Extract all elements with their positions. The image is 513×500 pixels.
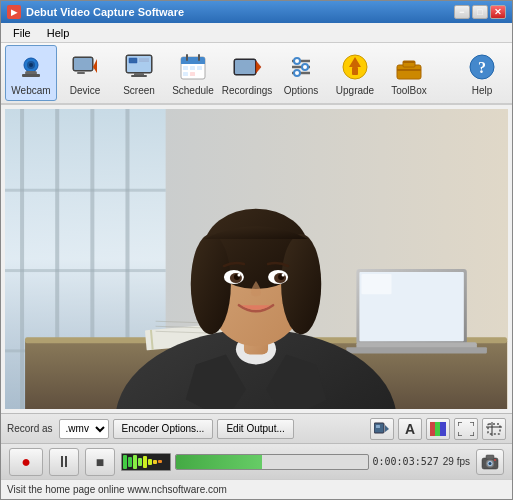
menu-file[interactable]: File — [5, 25, 39, 41]
control-bar: Record as .wmv .avi .mp4 .mov Encoder Op… — [1, 413, 512, 443]
webcam-label: Webcam — [11, 85, 50, 96]
options-label: Options — [284, 85, 318, 96]
window-controls: − □ ✕ — [454, 5, 506, 19]
help-label: Help — [472, 85, 493, 96]
svg-rect-87 — [376, 425, 380, 428]
schedule-icon — [177, 51, 209, 83]
svg-rect-91 — [488, 424, 500, 434]
svg-rect-37 — [352, 67, 358, 75]
svg-rect-23 — [197, 66, 202, 70]
menu-help[interactable]: Help — [39, 25, 78, 41]
svg-marker-86 — [385, 425, 389, 432]
meter-bar-3 — [133, 455, 137, 469]
audio-level-meter — [121, 453, 171, 471]
svg-rect-66 — [346, 347, 487, 353]
upgrade-label: Upgrade — [336, 85, 374, 96]
upgrade-icon — [339, 51, 371, 83]
svg-rect-39 — [397, 69, 421, 71]
svg-point-97 — [489, 462, 492, 465]
toolbar-btn-upgrade[interactable]: Upgrade — [329, 45, 381, 101]
svg-rect-21 — [183, 66, 188, 70]
svg-point-81 — [282, 274, 285, 277]
meter-bar-4 — [138, 458, 142, 466]
svg-rect-18 — [181, 61, 205, 64]
svg-marker-7 — [93, 59, 97, 73]
toolbar-btn-options[interactable]: Options — [275, 45, 327, 101]
pause-button[interactable]: ⏸ — [49, 448, 79, 476]
toolbox-label: ToolBox — [391, 85, 427, 96]
format-select[interactable]: .wmv .avi .mp4 .mov — [59, 419, 109, 439]
svg-rect-13 — [129, 58, 137, 63]
svg-rect-46 — [20, 109, 24, 409]
svg-rect-4 — [22, 74, 40, 77]
video-area — [5, 109, 508, 409]
close-button[interactable]: ✕ — [490, 5, 506, 19]
svg-point-99 — [494, 459, 496, 461]
app-icon: ▶ — [7, 5, 21, 19]
stop-button[interactable]: ■ — [85, 448, 115, 476]
svg-text:?: ? — [478, 59, 486, 76]
record-button[interactable]: ● — [9, 448, 43, 476]
record-as-label: Record as — [7, 423, 53, 434]
encoder-options-button[interactable]: Encoder Options... — [113, 419, 214, 439]
video-frame — [5, 109, 508, 409]
title-bar: ▶ Debut Video Capture Software − □ ✕ — [1, 1, 512, 23]
schedule-label: Schedule — [172, 85, 214, 96]
toolbar-btn-toolbox[interactable]: ToolBox — [383, 45, 435, 101]
video-feed-icon-btn[interactable] — [370, 418, 394, 440]
svg-rect-51 — [5, 269, 166, 272]
svg-point-34 — [294, 70, 300, 76]
edit-output-button[interactable]: Edit Output... — [217, 419, 293, 439]
svg-rect-88 — [430, 422, 435, 436]
record-icon: ● — [21, 453, 31, 471]
help-icon: ? — [466, 51, 498, 83]
time-display: 0:00:03:527 — [373, 456, 439, 467]
svg-point-33 — [302, 64, 308, 70]
svg-rect-50 — [5, 189, 166, 192]
minimize-button[interactable]: − — [454, 5, 470, 19]
window-title: Debut Video Capture Software — [26, 6, 454, 18]
meter-bar-5 — [143, 456, 147, 468]
device-label: Device — [70, 85, 101, 96]
toolbox-icon — [393, 51, 425, 83]
toolbar-btn-recordings[interactable]: Recordings — [221, 45, 273, 101]
toolbar-btn-webcam[interactable]: Webcam — [5, 45, 57, 101]
restore-button[interactable]: □ — [472, 5, 488, 19]
svg-rect-24 — [183, 72, 188, 76]
menu-bar: File Help — [1, 23, 512, 43]
meter-bar-7 — [153, 460, 157, 464]
toolbar-btn-screen[interactable]: Screen — [113, 45, 165, 101]
progress-bar-fill — [176, 455, 262, 469]
text-overlay-btn[interactable]: A — [398, 418, 422, 440]
stop-icon: ■ — [96, 454, 104, 470]
svg-rect-27 — [235, 60, 255, 74]
snapshot-button[interactable] — [476, 449, 504, 475]
svg-rect-90 — [440, 422, 446, 436]
screen-label: Screen — [123, 85, 155, 96]
color-adjust-btn[interactable] — [426, 418, 450, 440]
svg-point-73 — [281, 234, 321, 334]
device-icon — [69, 51, 101, 83]
progress-bar[interactable] — [175, 454, 369, 470]
svg-rect-64 — [361, 274, 391, 294]
meter-bar-1 — [123, 455, 127, 469]
fullscreen-btn[interactable] — [454, 418, 478, 440]
crop-btn[interactable] — [482, 418, 506, 440]
svg-rect-8 — [77, 72, 85, 74]
svg-point-32 — [294, 58, 300, 64]
pause-icon: ⏸ — [56, 453, 72, 471]
svg-point-80 — [237, 274, 240, 277]
svg-rect-25 — [190, 72, 195, 76]
svg-rect-12 — [131, 75, 147, 77]
toolbar-btn-schedule[interactable]: Schedule — [167, 45, 219, 101]
main-window: ▶ Debut Video Capture Software − □ ✕ Fil… — [0, 0, 513, 500]
toolbar-btn-help[interactable]: ? Help — [456, 45, 508, 101]
svg-point-72 — [191, 234, 231, 334]
svg-rect-98 — [486, 455, 494, 459]
progress-area: 0:00:03:527 29 fps — [121, 453, 470, 471]
svg-rect-6 — [74, 58, 92, 70]
fps-display: 29 fps — [443, 456, 470, 467]
screen-icon — [123, 51, 155, 83]
options-icon — [285, 51, 317, 83]
toolbar-btn-device[interactable]: Device — [59, 45, 111, 101]
